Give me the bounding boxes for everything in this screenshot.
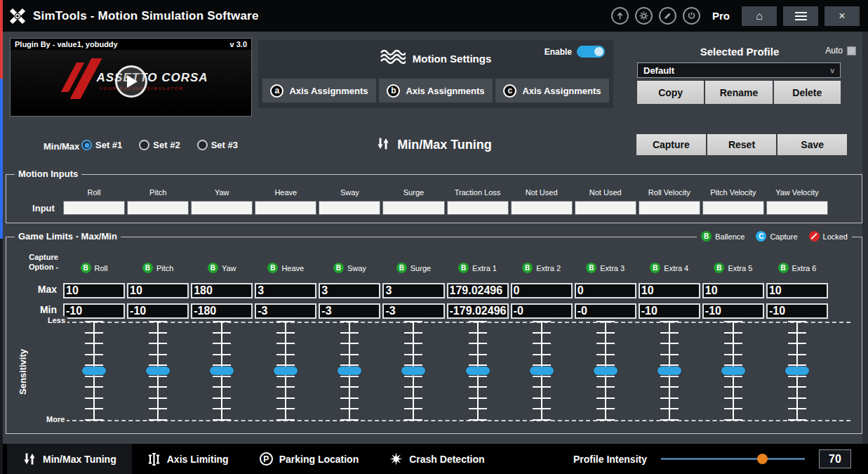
save-button[interactable]: Save <box>777 134 847 155</box>
balance-badge-icon[interactable]: B <box>714 263 724 273</box>
power-icon[interactable] <box>683 7 700 25</box>
rename-button[interactable]: Rename <box>705 81 772 104</box>
max-value-11[interactable]: 10 <box>766 283 828 298</box>
slider-handle[interactable] <box>466 367 490 375</box>
reset-button[interactable]: Reset <box>707 134 777 155</box>
intensity-slider-handle[interactable] <box>757 454 768 464</box>
motion-input-field-4[interactable] <box>319 201 380 215</box>
max-value-0[interactable]: 10 <box>63 283 125 298</box>
max-value-6[interactable]: 179.02496 <box>447 283 509 298</box>
motion-input-field-1[interactable] <box>127 201 189 215</box>
enable-toggle[interactable] <box>577 46 605 58</box>
slider-tick <box>340 408 359 409</box>
max-value-1[interactable]: 10 <box>127 283 189 298</box>
slider-handle[interactable] <box>594 367 617 375</box>
intensity-slider[interactable] <box>661 453 805 465</box>
auto-control: Auto <box>825 46 856 55</box>
max-value-3[interactable]: 3 <box>255 283 316 298</box>
slider-handle[interactable] <box>274 367 298 375</box>
motion-input-field-2[interactable] <box>191 201 253 215</box>
motion-input-field-0[interactable] <box>63 201 125 215</box>
max-value-5[interactable]: 3 <box>382 283 444 298</box>
axis-assignments-a-button[interactable]: aAxis Assignments <box>262 79 376 103</box>
sensitivity-slider-8[interactable] <box>593 322 618 420</box>
sensitivity-slider-10[interactable] <box>721 322 746 420</box>
close-button[interactable]: × <box>824 6 860 26</box>
sensitivity-slider-9[interactable] <box>657 322 682 420</box>
balance-badge-icon[interactable]: B <box>586 263 596 273</box>
motion-input-field-3[interactable] <box>255 201 316 215</box>
sensitivity-slider-1[interactable] <box>145 322 171 420</box>
menu-button[interactable] <box>783 6 818 26</box>
slider-handle[interactable] <box>657 367 681 375</box>
sensitivity-slider-5[interactable] <box>401 322 426 420</box>
balance-badge-icon[interactable]: B <box>458 263 469 273</box>
sensitivity-slider-0[interactable] <box>81 322 107 420</box>
slider-handle[interactable] <box>146 367 170 375</box>
radio-icon <box>81 140 92 150</box>
auto-checkbox[interactable] <box>847 46 856 55</box>
hamburger-icon <box>795 15 807 17</box>
slider-handle[interactable] <box>338 367 361 375</box>
sensitivity-slider-6[interactable] <box>465 322 490 420</box>
slider-handle[interactable] <box>210 367 234 375</box>
slider-tick <box>149 419 167 421</box>
balance-badge-icon[interactable]: B <box>142 263 153 273</box>
upload-icon[interactable] <box>611 7 629 25</box>
max-value-10[interactable]: 10 <box>702 283 764 298</box>
limit-column-label: Yaw <box>222 264 236 272</box>
slider-handle[interactable] <box>82 367 106 375</box>
slider-tick <box>213 364 231 366</box>
balance-badge-icon[interactable]: B <box>396 263 407 273</box>
sensitivity-slider-3[interactable] <box>273 322 298 420</box>
axis-assignments-b-button[interactable]: bAxis Assignments <box>379 79 493 103</box>
capture-button[interactable]: Capture <box>636 134 706 155</box>
motion-input-field-5[interactable] <box>382 201 444 215</box>
balance-badge-icon[interactable]: B <box>81 263 91 273</box>
limit-column-label: Extra 2 <box>536 264 561 272</box>
tab-crash-detection[interactable]: Crash Detection <box>374 444 500 474</box>
tab-axis-limiting[interactable]: Axis Limiting <box>132 444 244 474</box>
gear-icon[interactable] <box>635 7 653 25</box>
max-value-9[interactable]: 10 <box>639 283 700 298</box>
motion-input-field-9[interactable] <box>639 201 700 215</box>
play-button[interactable] <box>115 65 147 98</box>
slider-handle[interactable] <box>721 367 745 375</box>
motion-input-field-10[interactable] <box>702 201 764 215</box>
slider-handle[interactable] <box>401 367 425 375</box>
balance-badge-icon[interactable]: B <box>522 263 533 273</box>
intensity-slider-track[interactable] <box>661 458 805 460</box>
minmax-tuning-title: Min/Max Tuning <box>397 138 492 152</box>
sensitivity-slider-7[interactable] <box>529 322 554 420</box>
set-radio-1[interactable]: Set #1 <box>81 140 122 150</box>
max-value-7[interactable]: 0 <box>511 283 573 298</box>
motion-input-field-8[interactable] <box>575 201 636 215</box>
set-radio-3[interactable]: Set #3 <box>197 140 238 150</box>
motion-input-field-7[interactable] <box>511 201 573 215</box>
max-value-2[interactable]: 180 <box>191 283 253 298</box>
sensitivity-slider-11[interactable] <box>784 322 810 420</box>
tab-min-max-tuning[interactable]: Min/Max Tuning <box>7 444 132 474</box>
home-button[interactable]: ⌂ <box>742 6 777 26</box>
max-value-4[interactable]: 3 <box>319 283 380 298</box>
slider-handle[interactable] <box>530 367 554 375</box>
motion-input-field-6[interactable] <box>447 201 509 215</box>
slider-handle[interactable] <box>785 367 809 375</box>
balance-badge-icon[interactable]: B <box>778 263 789 273</box>
copy-button[interactable]: Copy <box>637 81 704 104</box>
sensitivity-slider-2[interactable] <box>209 322 234 420</box>
balance-badge-icon[interactable]: B <box>267 263 278 273</box>
profile-select[interactable]: Default v <box>637 62 841 78</box>
motion-input-field-11[interactable] <box>766 201 828 215</box>
balance-badge-icon[interactable]: B <box>208 263 218 273</box>
tab-parking-location[interactable]: PParking Location <box>244 444 375 474</box>
edit-icon[interactable] <box>659 7 676 25</box>
slider-tick <box>533 408 551 409</box>
axis-assignments-c-button[interactable]: cAxis Assignments <box>495 79 609 103</box>
sensitivity-slider-4[interactable] <box>337 322 362 420</box>
max-value-8[interactable]: 0 <box>575 283 636 298</box>
balance-badge-icon[interactable]: B <box>650 263 660 273</box>
balance-badge-icon[interactable]: B <box>333 263 344 273</box>
delete-button[interactable]: Delete <box>774 81 841 104</box>
set-radio-2[interactable]: Set #2 <box>139 140 180 150</box>
